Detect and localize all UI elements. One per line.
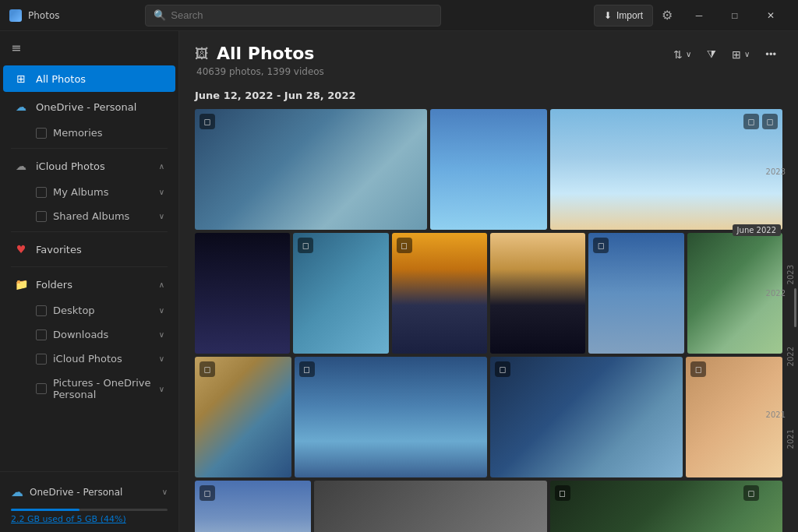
my-albums-icon	[36, 187, 47, 198]
sort-chevron: ∨	[686, 50, 691, 58]
app-title: Photos	[28, 10, 59, 21]
photo-mountains[interactable]: ◻	[295, 357, 487, 477]
all-photos-icon: ⊞	[14, 72, 28, 86]
photo-badge-flowers-2: ◻	[743, 485, 759, 501]
photo-night[interactable]	[195, 233, 290, 354]
view-icon: ⊞	[732, 48, 741, 61]
more-icon: •••	[765, 48, 776, 60]
shared-albums-chevron: ∨	[159, 212, 164, 220]
content-title-icon: 🖼	[195, 45, 209, 62]
icloud-icon: ☁	[14, 159, 28, 173]
sidebar-item-downloads[interactable]: Downloads ∨	[3, 323, 175, 346]
photo-row-2: ◻ ◻ ◻	[195, 233, 782, 354]
filter-button[interactable]: ⧩	[701, 44, 722, 65]
folders-icon: 📁	[14, 277, 28, 291]
my-albums-chevron: ∨	[159, 188, 164, 196]
search-input[interactable]	[171, 9, 433, 21]
app-body: ≡ ⊞ All Photos ☁ OneDrive - Personal Mem…	[0, 31, 798, 532]
photo-badge-flowers-1: ◻	[555, 485, 570, 501]
sidebar-item-onedrive[interactable]: ☁ OneDrive - Personal	[3, 93, 175, 120]
icloud-photos-icon	[36, 354, 47, 365]
minimize-button[interactable]: ─	[681, 3, 717, 28]
sidebar-item-pictures-onedrive[interactable]: Pictures - OneDrive Personal ∨	[3, 372, 175, 406]
search-bar[interactable]: 🔍	[145, 5, 441, 26]
sort-button[interactable]: ⇅ ∨	[667, 44, 697, 65]
photo-row-4: ◻ ◻ ◻	[195, 481, 782, 532]
sidebar-divider-1	[11, 148, 168, 149]
sidebar-item-desktop[interactable]: Desktop ∨	[3, 299, 175, 322]
photo-badge-city: ◻	[200, 114, 215, 129]
downloads-chevron: ∨	[159, 330, 164, 339]
photo-ocean[interactable]: ◻	[195, 357, 291, 477]
sidebar-item-icloud-photos[interactable]: iCloud Photos ∨	[3, 347, 175, 370]
window-controls: ─ □ ✕	[681, 3, 789, 28]
downloads-icon	[36, 329, 47, 340]
icloud-chevron: ∧	[159, 162, 164, 171]
sidebar-item-memories[interactable]: Memories	[3, 122, 175, 144]
progress-fill	[11, 509, 79, 511]
import-button[interactable]: ⬇ Import	[594, 5, 653, 26]
photo-badge-sky-1: ◻	[743, 114, 759, 129]
storage-progress: 2.2 GB used of 5 GB (44%)	[11, 509, 168, 524]
sidebar-item-my-albums[interactable]: My Albums ∨	[3, 181, 175, 203]
pictures-onedrive-icon	[36, 383, 47, 394]
sidebar-item-icloud[interactable]: ☁ iCloud Photos ∧	[3, 153, 175, 179]
hamburger-button[interactable]: ≡	[0, 31, 178, 65]
photo-marina[interactable]: ◻	[490, 357, 683, 477]
view-chevron: ∨	[744, 50, 750, 58]
sidebar-item-shared-albums[interactable]: Shared Albums ∨	[3, 205, 175, 227]
photo-lake[interactable]: ◻	[588, 233, 683, 354]
folders-chevron: ∧	[159, 280, 164, 289]
photo-food[interactable]	[314, 481, 546, 532]
photo-water[interactable]: ◻	[293, 233, 388, 354]
desktop-icon	[36, 305, 47, 316]
photo-badge-mountains: ◻	[299, 361, 315, 377]
photo-badge-dog: ◻	[690, 361, 706, 377]
settings-button[interactable]: ⚙	[656, 5, 678, 26]
title-bar: Photos 🔍 ⬇ Import ⚙ ─ □ ✕	[0, 0, 798, 31]
photo-city[interactable]: ◻	[195, 109, 427, 230]
sidebar-divider-3	[11, 266, 168, 267]
footer-chevron: ∨	[162, 488, 168, 496]
main-content: 🖼 All Photos 40639 photos, 1399 videos ⇅…	[179, 31, 798, 532]
more-button[interactable]: •••	[759, 44, 782, 64]
photo-sky[interactable]: ◻ ◻	[550, 109, 782, 230]
title-bar-actions: ⬇ Import ⚙ ─ □ ✕	[594, 3, 789, 28]
photo-row-3: ◻ ◻ ◻ ◻	[195, 357, 782, 477]
progress-track	[11, 509, 168, 511]
photo-badge-harbor: ◻	[397, 238, 412, 253]
photo-clouds[interactable]: ◻	[195, 481, 311, 532]
sidebar-divider-2	[11, 231, 168, 232]
photo-badge-sky-2: ◻	[762, 114, 778, 129]
photo-tree[interactable]	[490, 233, 585, 354]
import-icon: ⬇	[604, 10, 612, 21]
photo-tower[interactable]	[430, 109, 546, 230]
onedrive-icon: ☁	[14, 100, 28, 114]
title-row: 🖼 All Photos	[195, 44, 324, 63]
page-title: All Photos	[217, 44, 314, 63]
maximize-button[interactable]: □	[717, 3, 753, 28]
sidebar-footer: ☁ OneDrive - Personal ∨ 2.2 GB used of 5…	[0, 471, 178, 532]
photo-badge-water: ◻	[298, 238, 313, 253]
search-icon: 🔍	[154, 9, 166, 21]
sidebar-item-favorites[interactable]: ♥ Favorites	[3, 236, 175, 262]
photo-dog[interactable]: ◻	[686, 357, 782, 477]
content-header: 🖼 All Photos 40639 photos, 1399 videos ⇅…	[179, 31, 798, 83]
photo-badge-lake: ◻	[593, 238, 609, 253]
photo-harbor[interactable]: ◻	[392, 233, 487, 354]
desktop-chevron: ∨	[159, 306, 164, 315]
sidebar-item-all-photos[interactable]: ⊞ All Photos	[3, 65, 175, 92]
photo-green[interactable]	[687, 233, 782, 354]
photo-row-1: ◻ ◻ ◻	[195, 109, 782, 230]
shared-albums-icon	[36, 211, 47, 222]
app-icon	[9, 9, 22, 22]
content-header-right: ⇅ ∨ ⧩ ⊞ ∨ •••	[667, 44, 782, 65]
content-header-left: 🖼 All Photos 40639 photos, 1399 videos	[195, 44, 324, 77]
sidebar-item-folders[interactable]: 📁 Folders ∧	[3, 271, 175, 298]
sort-icon: ⇅	[673, 48, 683, 61]
onedrive-footer-item[interactable]: ☁ OneDrive - Personal ∨	[11, 480, 168, 504]
close-button[interactable]: ✕	[753, 3, 789, 28]
photo-flowers[interactable]: ◻ ◻	[550, 481, 782, 532]
view-button[interactable]: ⊞ ∨	[726, 44, 756, 65]
storage-text[interactable]: 2.2 GB used of 5 GB (44%)	[11, 514, 168, 524]
